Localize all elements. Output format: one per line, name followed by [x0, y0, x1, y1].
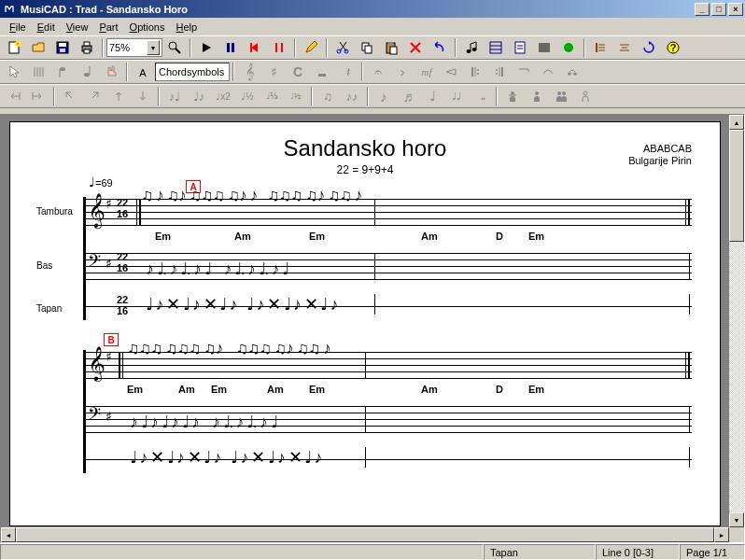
scroll-left-button[interactable]: ◄ [1, 527, 16, 542]
arrow-ne-button[interactable] [83, 86, 105, 106]
menu-part[interactable]: Part [93, 20, 123, 35]
barlines-tool[interactable] [27, 62, 49, 82]
open-button[interactable] [27, 37, 49, 58]
vertical-scrollbar[interactable]: ▲ ▼ [729, 115, 744, 527]
close-button[interactable]: × [728, 3, 743, 16]
menu-file[interactable]: File [4, 20, 32, 35]
treble-clef-tool[interactable]: 𝄞 [238, 62, 260, 82]
note-var-2-button[interactable]: ♩♩ [445, 86, 468, 106]
zoom-combo[interactable]: 75%▼ [106, 38, 162, 57]
pointer-tool[interactable] [3, 62, 25, 82]
status-left [0, 544, 484, 560]
print-button[interactable] [76, 37, 98, 58]
tie-tool[interactable] [561, 62, 583, 82]
dur-tool-2[interactable]: ♩♪ [188, 86, 210, 106]
new-button[interactable] [3, 37, 25, 58]
vscroll-thumb[interactable] [729, 130, 744, 242]
delete-button[interactable] [404, 37, 427, 58]
toolbar-notation: A Chordsymbols 𝄞 ♯ C 𝄽 𝄐 › mf [0, 60, 745, 84]
move-left-button[interactable] [3, 86, 25, 106]
person-4-button[interactable] [574, 86, 597, 106]
save-button[interactable] [51, 37, 74, 58]
staff-tapan: 2216 ♩ ♪ ✕ ♩ ♪ ✕ ♩ ♪ ♩ ♪ ✕ ♩ ♪ ✕ ♩ ♪ [85, 301, 692, 311]
dur-23-button[interactable]: ♩⅔ [260, 86, 283, 106]
help-button[interactable]: ? [662, 37, 684, 58]
menu-help[interactable]: Help [170, 20, 203, 35]
refresh-button[interactable] [638, 37, 660, 58]
beam-group-button[interactable]: ♫ [316, 86, 339, 106]
whole-note-button[interactable]: 𝅝 [470, 86, 492, 106]
zoom-button[interactable] [163, 37, 186, 58]
svg-rect-15 [281, 43, 283, 52]
note-var-1-button[interactable]: ♩ [421, 86, 443, 106]
svg-rect-22 [390, 47, 397, 54]
repeat-end-tool[interactable] [488, 62, 511, 82]
stem-up-tool[interactable] [76, 62, 98, 82]
menu-options[interactable]: Options [124, 20, 171, 35]
person-1-button[interactable] [501, 86, 524, 106]
layout-button[interactable] [485, 37, 507, 58]
cut-button[interactable] [331, 37, 354, 58]
scroll-down-button[interactable]: ▼ [729, 512, 744, 527]
move-right-button[interactable] [27, 86, 49, 106]
bar-left-button[interactable] [589, 37, 611, 58]
unbeam-button[interactable]: ♪♪ [341, 86, 363, 106]
staff-button[interactable] [533, 37, 555, 58]
scroll-right-button[interactable]: ► [714, 527, 729, 542]
staff-bas: 𝄢 ♯ 2216 ♪ ♩. ♪ ♩. ♪ ♩ ♪ ♩. ♪ ♩. ♪ ♩ [85, 253, 692, 279]
hand-tool[interactable] [100, 62, 122, 82]
minimize-button[interactable]: _ [695, 3, 710, 16]
eighth-note-button[interactable]: ♪ [372, 86, 395, 106]
slur-tool[interactable] [537, 62, 559, 82]
menu-view[interactable]: View [61, 20, 94, 35]
play-button[interactable] [195, 37, 218, 58]
dynamic-tool[interactable]: mf [415, 62, 438, 82]
page-button[interactable] [509, 37, 531, 58]
rest-tool[interactable]: 𝄽 [335, 62, 358, 82]
paste-button[interactable] [380, 37, 402, 58]
score-viewport[interactable]: Sandansko horo 22 = 9+9+4 ABABCAB Bulgar… [2, 116, 728, 526]
sixteenth-note-button[interactable]: ♬ [397, 86, 419, 106]
fermata-tool[interactable]: 𝄐 [367, 62, 389, 82]
bar-center-button[interactable] [613, 37, 636, 58]
status-page: Page 1/1 [680, 544, 745, 560]
text-tool[interactable]: A [132, 62, 154, 82]
scroll-up-button[interactable]: ▲ [729, 115, 744, 130]
edit-button[interactable] [300, 37, 322, 58]
beam-tool[interactable] [311, 62, 333, 82]
svg-rect-19 [365, 46, 372, 53]
menu-edit[interactable]: Edit [32, 20, 61, 35]
svg-point-60 [496, 69, 498, 71]
record-button[interactable] [268, 37, 290, 58]
horizontal-scrollbar[interactable]: ◄ ► [1, 527, 729, 542]
svg-rect-21 [388, 42, 393, 45]
arrow-up-button[interactable] [107, 86, 130, 106]
stem-down-tool[interactable] [51, 62, 74, 82]
sharp-tool[interactable]: ♯ [262, 62, 285, 82]
arrow-nw-button[interactable] [59, 86, 81, 106]
back-button[interactable] [244, 37, 266, 58]
dur-half-button[interactable]: ♩½ [236, 86, 259, 106]
person-3-button[interactable] [550, 86, 572, 106]
undo-button[interactable] [429, 37, 451, 58]
person-2-button[interactable] [526, 86, 548, 106]
svg-point-70 [535, 91, 539, 95]
dur-x2-button[interactable]: ♩x2 [212, 86, 234, 106]
arrow-down-button[interactable] [132, 86, 154, 106]
timesig-tool[interactable]: C [287, 62, 309, 82]
go-button[interactable] [557, 37, 580, 58]
chord-symbols-field[interactable]: Chordsymbols [155, 63, 230, 81]
cresc-tool[interactable] [440, 62, 462, 82]
content-area: Sandansko horo 22 = 9+9+4 ABABCAB Bulgar… [0, 114, 745, 543]
pause-button[interactable] [219, 37, 242, 58]
copy-button[interactable] [356, 37, 378, 58]
svg-rect-12 [232, 43, 234, 52]
dur-tool-1[interactable]: ♪♩ [163, 86, 186, 106]
notes-tool-button[interactable] [460, 37, 483, 58]
maximize-button[interactable]: □ [711, 3, 726, 16]
repeat-start-tool[interactable] [464, 62, 486, 82]
dur-32-button[interactable]: ♩³⁄₂ [285, 86, 307, 106]
hscroll-thumb[interactable] [16, 527, 714, 542]
accent-tool[interactable]: › [391, 62, 414, 82]
voltas-tool[interactable] [513, 62, 535, 82]
